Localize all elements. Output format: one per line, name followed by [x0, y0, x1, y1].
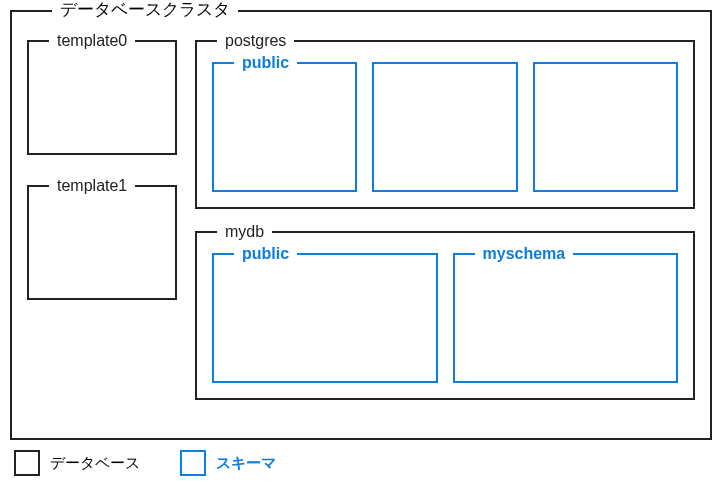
- legend-database-label: データベース: [50, 454, 140, 473]
- database-label: mydb: [217, 222, 272, 241]
- database-label: template0: [49, 31, 135, 50]
- schema-label: public: [234, 53, 297, 72]
- database-cluster-frame: データベースクラスタ template0 template1 postgres …: [10, 10, 712, 440]
- database-label: template1: [49, 176, 135, 195]
- schema-myschema: myschema: [453, 253, 679, 383]
- schema-label: public: [234, 244, 297, 263]
- database-template0: template0: [27, 40, 177, 155]
- database-template1: template1: [27, 185, 177, 300]
- schema-public: public: [212, 62, 357, 192]
- schema-row: public myschema: [212, 253, 678, 383]
- database-label: postgres: [217, 31, 294, 50]
- schema-swatch-icon: [180, 450, 206, 476]
- database-mydb: mydb public myschema: [195, 231, 695, 400]
- database-swatch-icon: [14, 450, 40, 476]
- schema-label: myschema: [475, 244, 574, 263]
- schema-unnamed: [533, 62, 678, 192]
- database-postgres: postgres public: [195, 40, 695, 209]
- legend-key: データベース スキーマ: [10, 450, 718, 476]
- schema-row: public: [212, 62, 678, 192]
- schema-public: public: [212, 253, 438, 383]
- legend-schema-label: スキーマ: [216, 454, 276, 473]
- cluster-body: template0 template1 postgres public mydb: [27, 32, 695, 423]
- user-databases-column: postgres public mydb public myschema: [195, 32, 695, 423]
- cluster-title: データベースクラスタ: [52, 0, 238, 20]
- template-databases-column: template0 template1: [27, 32, 177, 423]
- schema-unnamed: [372, 62, 517, 192]
